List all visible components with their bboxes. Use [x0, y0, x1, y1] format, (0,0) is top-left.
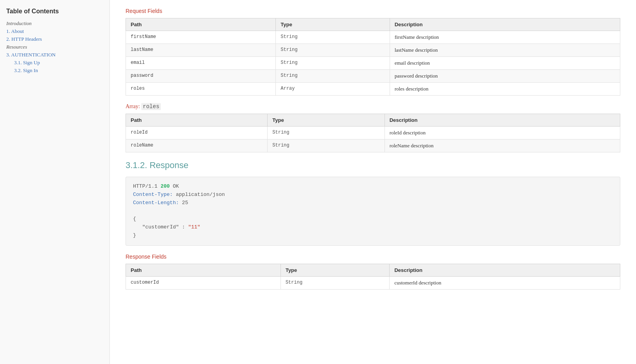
- toc-title: Table of Contents: [6, 8, 103, 15]
- type-cell: String: [268, 139, 385, 152]
- type-cell: String: [276, 57, 390, 70]
- array-roles-table: Path Type Description roleId String role…: [126, 114, 620, 152]
- table-row: password String password description: [126, 70, 620, 83]
- http-header1-key: Content-Type:: [133, 192, 173, 197]
- http-status-line: HTTP/1.1 200 OK: [133, 183, 613, 191]
- table-row: roleName String roleName description: [126, 139, 620, 152]
- sidebar-item-authentication[interactable]: 3. AUTHENTICATION: [6, 51, 103, 59]
- desc-cell: lastName description: [390, 44, 620, 57]
- array-name: roles: [141, 103, 161, 110]
- response-section-title: 3.1.2. Response: [126, 160, 620, 170]
- json-close-brace: }: [133, 232, 136, 238]
- path-cell: roleId: [126, 127, 268, 139]
- sidebar-item-signin[interactable]: 3.2. Sign In: [6, 67, 103, 74]
- col-type-header2: Type: [268, 114, 385, 127]
- desc-cell: firstName description: [390, 31, 620, 44]
- col-path-header3: Path: [126, 264, 281, 276]
- path-cell: roleName: [126, 139, 268, 152]
- response-code-block: HTTP/1.1 200 OK Content-Type: applicatio…: [126, 177, 620, 246]
- http-version: HTTP/1.1: [133, 183, 157, 189]
- col-type-header3: Type: [281, 264, 390, 276]
- response-fields-label: Response Fields: [126, 254, 620, 260]
- sidebar-item-about[interactable]: 1. About: [6, 27, 103, 35]
- path-cell: roles: [126, 83, 276, 96]
- json-key-line: "customerId" : "11": [133, 223, 613, 232]
- type-cell: String: [276, 44, 390, 57]
- type-cell: String: [268, 127, 385, 139]
- table-row: roles Array roles description: [126, 83, 620, 96]
- type-cell: String: [281, 276, 390, 289]
- table-row: firstName String firstName description: [126, 31, 620, 44]
- json-colon: :: [182, 224, 188, 230]
- desc-cell: roles description: [390, 83, 620, 96]
- desc-cell: password description: [390, 70, 620, 83]
- desc-cell: email description: [390, 57, 620, 70]
- array-roles-label: Array: roles: [126, 103, 620, 110]
- table-row: customerId String customerId description: [126, 276, 620, 289]
- col-path-header: Path: [126, 18, 276, 31]
- type-cell: String: [276, 70, 390, 83]
- request-fields-table: Path Type Description firstName String f…: [126, 18, 620, 96]
- http-header2-val: 25: [182, 200, 188, 206]
- array-prefix: Array:: [126, 103, 140, 109]
- col-path-header2: Path: [126, 114, 268, 127]
- sidebar-item-http-headers[interactable]: 2. HTTP Headers: [6, 35, 103, 43]
- json-open-line: {: [133, 215, 613, 223]
- path-cell: password: [126, 70, 276, 83]
- sidebar-item-resources[interactable]: Resources: [6, 43, 103, 51]
- request-fields-label: Request Fields: [126, 8, 620, 14]
- json-value: "11": [188, 224, 200, 230]
- path-cell: lastName: [126, 44, 276, 57]
- desc-cell: customerId description: [390, 276, 620, 289]
- desc-cell: roleName description: [385, 139, 620, 152]
- sidebar-item-introduction[interactable]: Introduction: [6, 20, 103, 27]
- http-header1-val: application/json: [176, 192, 225, 197]
- table-row: roleId String roleId description: [126, 127, 620, 139]
- json-open-brace: {: [133, 216, 136, 222]
- col-type-header: Type: [276, 18, 390, 31]
- sidebar-item-signup[interactable]: 3.1. Sign Up: [6, 59, 103, 67]
- col-desc-header3: Description: [390, 264, 620, 276]
- type-cell: Array: [276, 83, 390, 96]
- table-row: lastName String lastName description: [126, 44, 620, 57]
- path-cell: firstName: [126, 31, 276, 44]
- main-content: Request Fields Path Type Description fir…: [110, 0, 636, 364]
- json-key: "customerId": [142, 224, 179, 230]
- http-header2-key: Content-Length:: [133, 200, 179, 206]
- path-cell: email: [126, 57, 276, 70]
- json-close-line: }: [133, 232, 613, 240]
- http-status-code: 200: [160, 183, 169, 189]
- type-cell: String: [276, 31, 390, 44]
- col-desc-header2: Description: [385, 114, 620, 127]
- col-desc-header: Description: [390, 18, 620, 31]
- table-row: email String email description: [126, 57, 620, 70]
- http-header1-line: Content-Type: application/json: [133, 191, 613, 199]
- desc-cell: roleId description: [385, 127, 620, 139]
- http-header2-line: Content-Length: 25: [133, 199, 613, 207]
- sidebar: Table of Contents Introduction 1. About …: [0, 0, 110, 364]
- path-cell: customerId: [126, 276, 281, 289]
- response-fields-table: Path Type Description customerId String …: [126, 264, 620, 290]
- http-status-text: OK: [173, 183, 179, 189]
